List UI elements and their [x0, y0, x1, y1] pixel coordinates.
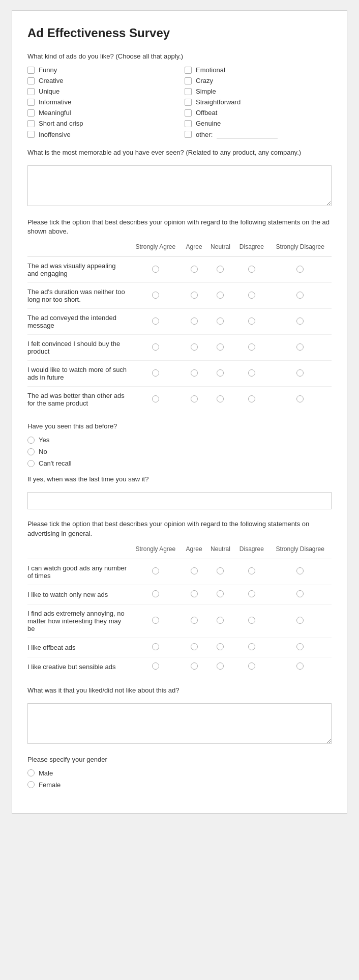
q2-textarea[interactable]	[27, 165, 332, 206]
q6-r5-sd[interactable]	[296, 662, 304, 670]
q8-male-item: Male	[27, 769, 332, 777]
checkbox-genuine[interactable]	[185, 120, 192, 127]
checkbox-item-simple: Simple	[185, 88, 332, 95]
checkbox-item-emotional: Emotional	[185, 66, 332, 74]
q3-r2-strongly-disagree[interactable]	[296, 292, 304, 299]
q3-r5-neutral[interactable]	[217, 369, 224, 377]
checkbox-meaningful[interactable]	[27, 109, 35, 117]
q6-col-agree: Agree	[182, 543, 206, 559]
q3-r1-agree[interactable]	[191, 266, 198, 273]
checkbox-item-crazy: Crazy	[185, 77, 332, 84]
q3-r4-agree[interactable]	[191, 343, 198, 351]
checkbox-inoffensive[interactable]	[27, 131, 35, 138]
checkbox-funny[interactable]	[27, 67, 35, 74]
q3-r3-agree[interactable]	[191, 318, 198, 325]
row-label-3: The ad conveyed the intended message	[27, 309, 129, 335]
q6-r2-n[interactable]	[217, 590, 224, 597]
q6-r1-sa[interactable]	[152, 567, 159, 574]
q6-r3-n[interactable]	[217, 617, 224, 624]
q6-r4-sd[interactable]	[296, 643, 304, 650]
q3-r4-strongly-agree[interactable]	[152, 343, 159, 351]
q6-r2-a[interactable]	[191, 590, 198, 597]
checkbox-offbeat[interactable]	[185, 109, 192, 117]
q6-r1-sd[interactable]	[296, 567, 304, 574]
q6-r4-d[interactable]	[248, 643, 255, 650]
checkbox-item-short: Short and crisp	[27, 120, 174, 127]
q8-female-item: Female	[27, 781, 332, 789]
q3-r6-neutral[interactable]	[217, 395, 224, 402]
checkbox-crazy[interactable]	[185, 77, 192, 84]
q3-r6-agree[interactable]	[191, 395, 198, 402]
q3-r3-disagree[interactable]	[248, 318, 255, 325]
checkbox-item-straightforward: Straightforward	[185, 98, 332, 106]
other-text-input[interactable]	[217, 130, 278, 138]
q3-r1-strongly-agree[interactable]	[152, 266, 159, 273]
q3-r4-strongly-disagree[interactable]	[296, 343, 304, 351]
q3-r3-strongly-agree[interactable]	[152, 318, 159, 325]
q8-male-radio[interactable]	[27, 769, 35, 776]
q3-r4-disagree[interactable]	[248, 343, 255, 351]
q6-r2-sd[interactable]	[296, 590, 304, 597]
q6-r1-a[interactable]	[191, 567, 198, 574]
table-row: The ad was better than other ads for the…	[27, 387, 332, 413]
q6-r2-sa[interactable]	[152, 590, 159, 597]
checkbox-other[interactable]	[185, 131, 192, 138]
q6-r5-d[interactable]	[248, 662, 255, 670]
q6-col-statement	[27, 543, 129, 559]
q3-r5-disagree[interactable]	[248, 369, 255, 377]
q3-r6-strongly-agree[interactable]	[152, 395, 159, 402]
q6-r2-d[interactable]	[248, 590, 255, 597]
checkbox-creative[interactable]	[27, 77, 35, 84]
checkbox-item-offbeat: Offbeat	[185, 109, 332, 117]
q3-r6-disagree[interactable]	[248, 395, 255, 402]
q6-r3-sd[interactable]	[296, 617, 304, 624]
row-label-5: I would like to watch more of such ads i…	[27, 361, 129, 387]
q4-cantrecall-item: Can't recall	[27, 459, 332, 467]
q6-r4-n[interactable]	[217, 643, 224, 650]
q3-r1-disagree[interactable]	[248, 266, 255, 273]
q4-label: Have you seen this ad before?	[27, 422, 332, 430]
q4-cantrecall-radio[interactable]	[27, 460, 35, 467]
q6-r5-sa[interactable]	[152, 662, 159, 670]
checkbox-straightforward[interactable]	[185, 99, 192, 106]
q3-r2-disagree[interactable]	[248, 292, 255, 299]
q4-no-radio[interactable]	[27, 448, 35, 455]
q6-r1-d[interactable]	[248, 567, 255, 574]
q3-r2-neutral[interactable]	[217, 292, 224, 299]
q6-r3-sa[interactable]	[152, 617, 159, 624]
q6-r4-sa[interactable]	[152, 643, 159, 650]
q3-r2-agree[interactable]	[191, 292, 198, 299]
q3-r5-agree[interactable]	[191, 369, 198, 377]
q3-r6-strongly-disagree[interactable]	[296, 395, 304, 402]
q3-r1-strongly-disagree[interactable]	[296, 266, 304, 273]
q7-textarea[interactable]	[27, 703, 332, 744]
q6-r1-n[interactable]	[217, 567, 224, 574]
q3-rating-table: Strongly Agree Agree Neutral Disagree St…	[27, 241, 332, 412]
checkbox-unique[interactable]	[27, 88, 35, 95]
q6-r4-a[interactable]	[191, 643, 198, 650]
table-row: I like offbeat ads	[27, 638, 332, 657]
q3-r4-neutral[interactable]	[217, 343, 224, 351]
q3-r3-neutral[interactable]	[217, 318, 224, 325]
checkbox-short[interactable]	[27, 120, 35, 127]
q8-female-radio[interactable]	[27, 781, 35, 788]
q6-r5-a[interactable]	[191, 662, 198, 670]
q5-text-input[interactable]	[27, 492, 332, 509]
q6-r5-n[interactable]	[217, 662, 224, 670]
q2-label: What is the most memorable ad you have e…	[27, 149, 332, 156]
q3-r2-strongly-agree[interactable]	[152, 292, 159, 299]
q4-yes-radio[interactable]	[27, 437, 35, 444]
q6-r3-a[interactable]	[191, 617, 198, 624]
q3-r5-strongly-disagree[interactable]	[296, 369, 304, 377]
checkbox-emotional[interactable]	[185, 67, 192, 74]
q3-r5-strongly-agree[interactable]	[152, 369, 159, 377]
q3-r3-strongly-disagree[interactable]	[296, 318, 304, 325]
checkbox-simple[interactable]	[185, 88, 192, 95]
survey-title: Ad Effectiveness Survey	[27, 26, 332, 40]
q6-r3-d[interactable]	[248, 617, 255, 624]
checkbox-item-other: other:	[185, 130, 332, 138]
checkbox-informative[interactable]	[27, 99, 35, 106]
survey-container: Ad Effectiveness Survey What kind of ads…	[12, 10, 347, 814]
q6-col-neutral: Neutral	[206, 543, 235, 559]
q3-r1-neutral[interactable]	[217, 266, 224, 273]
